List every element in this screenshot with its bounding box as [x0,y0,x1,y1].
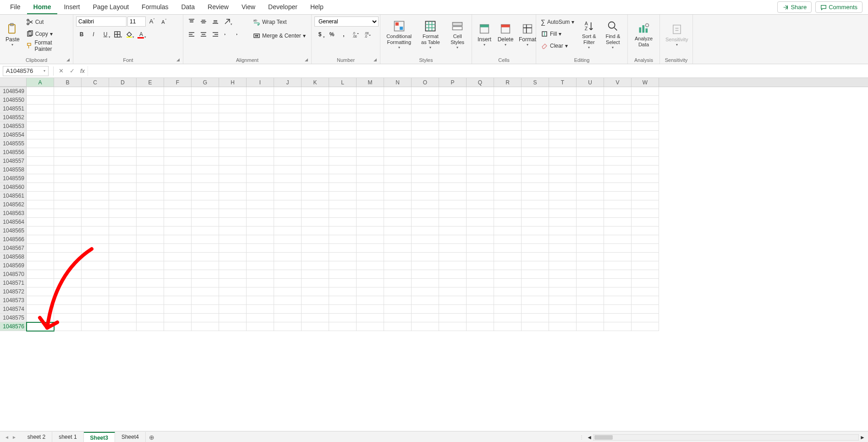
cell[interactable] [604,296,632,305]
row-header[interactable]: 1048565 [0,227,27,235]
cell[interactable] [467,270,494,279]
column-header[interactable]: V [604,78,632,87]
fill-button[interactable]: Fill▾ [539,28,576,39]
cell[interactable] [522,227,549,235]
cell[interactable] [329,322,357,331]
cell[interactable] [192,218,219,227]
cell[interactable] [494,113,522,122]
cell[interactable] [384,227,412,235]
cell[interactable] [302,270,329,279]
number-format-select[interactable]: General [314,17,379,27]
cell[interactable] [109,261,137,270]
cell[interactable] [192,209,219,218]
cell[interactable] [439,296,467,305]
cell[interactable] [54,96,82,105]
cell[interactable] [439,244,467,253]
cell[interactable] [109,244,137,253]
cell[interactable] [412,96,439,105]
cell[interactable] [164,279,192,287]
cell[interactable] [329,296,357,305]
cell[interactable] [357,270,384,279]
clear-button[interactable]: Clear▾ [539,40,576,51]
cell[interactable] [274,200,302,209]
sort-filter-button[interactable]: AZ Sort & Filter▾ [578,17,600,53]
cell[interactable] [109,305,137,314]
cell[interactable] [604,122,632,131]
cell[interactable] [467,183,494,192]
cell[interactable] [109,166,137,174]
row-header[interactable]: 1048567 [0,244,27,253]
cell[interactable] [632,113,659,122]
cell[interactable] [467,96,494,105]
cell[interactable] [357,314,384,322]
cell[interactable] [109,105,137,113]
bold-button[interactable]: B [76,29,87,39]
cell[interactable] [302,105,329,113]
cell[interactable] [412,139,439,148]
cell[interactable] [384,200,412,209]
cell[interactable] [54,244,82,253]
cell[interactable] [632,209,659,218]
cell[interactable] [109,279,137,287]
cell[interactable] [632,296,659,305]
cell[interactable] [329,218,357,227]
cell[interactable] [109,174,137,183]
cell[interactable] [82,87,109,96]
add-sheet-button[interactable]: ⊕ [146,434,158,441]
cell[interactable] [247,174,274,183]
cell[interactable] [82,235,109,244]
cell[interactable] [247,200,274,209]
scroll-left-button[interactable]: ◄ [587,434,592,441]
cell[interactable] [384,322,412,331]
cell[interactable] [522,235,549,244]
cell[interactable] [109,183,137,192]
cell[interactable] [109,314,137,322]
cell[interactable] [412,296,439,305]
column-header[interactable]: U [577,78,604,87]
cell[interactable] [412,253,439,261]
cell[interactable] [494,270,522,279]
cell[interactable] [412,279,439,287]
cell[interactable] [329,253,357,261]
cell[interactable] [82,183,109,192]
column-header[interactable]: T [549,78,577,87]
cell[interactable] [632,192,659,200]
cell[interactable] [164,235,192,244]
cell[interactable] [604,279,632,287]
align-left-button[interactable] [186,29,197,39]
cell[interactable] [274,148,302,157]
cell[interactable] [522,148,549,157]
cell[interactable] [164,253,192,261]
scroll-right-button[interactable]: ► [860,434,865,441]
cell[interactable] [274,174,302,183]
cell[interactable] [412,87,439,96]
cell[interactable] [164,139,192,148]
cell[interactable] [357,209,384,218]
column-header[interactable]: W [632,78,659,87]
tab-formulas[interactable]: Formulas [135,0,175,14]
cell[interactable] [27,157,54,166]
cell[interactable] [274,244,302,253]
cell[interactable] [274,113,302,122]
orientation-button[interactable] [222,17,233,27]
cell[interactable] [54,183,82,192]
cell[interactable] [192,287,219,296]
cell[interactable] [109,270,137,279]
row-header[interactable]: 1048566 [0,235,27,244]
cell[interactable] [192,122,219,131]
cell[interactable] [137,270,164,279]
cell[interactable] [164,322,192,331]
cell[interactable] [522,322,549,331]
cell[interactable] [604,200,632,209]
cell[interactable] [549,166,577,174]
cell[interactable] [137,218,164,227]
align-right-button[interactable] [210,29,221,39]
cell[interactable] [357,174,384,183]
row-header[interactable]: 1048574 [0,305,27,314]
cell[interactable] [439,148,467,157]
cell[interactable] [357,244,384,253]
cell[interactable] [439,200,467,209]
cell[interactable] [274,279,302,287]
cell[interactable] [522,279,549,287]
cell[interactable] [27,148,54,157]
